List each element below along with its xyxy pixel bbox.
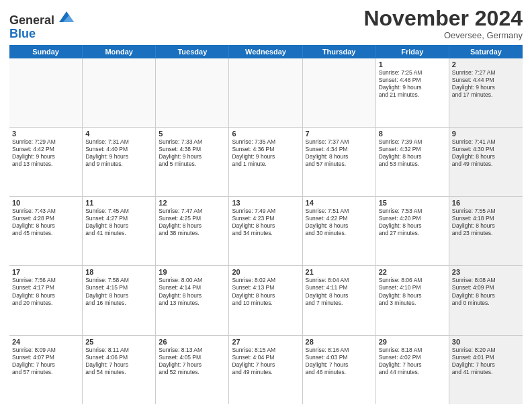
day-number: 18: [85, 268, 152, 276]
day-info: Sunrise: 7:51 AM Sunset: 4:22 PM Dayligh…: [306, 208, 373, 237]
day-info: Sunrise: 7:53 AM Sunset: 4:20 PM Dayligh…: [379, 208, 446, 237]
day-number: 29: [379, 338, 446, 346]
day-number: 8: [379, 130, 446, 138]
day-number: 23: [452, 268, 520, 276]
day-info: Sunrise: 7:43 AM Sunset: 4:28 PM Dayligh…: [12, 208, 79, 237]
cal-cell-2-5: 7Sunrise: 7:37 AM Sunset: 4:34 PM Daylig…: [303, 128, 376, 196]
cal-cell-5-6: 29Sunrise: 8:18 AM Sunset: 4:02 PM Dayli…: [376, 336, 449, 404]
day-number: 1: [379, 60, 446, 68]
day-info: Sunrise: 7:37 AM Sunset: 4:34 PM Dayligh…: [306, 138, 373, 168]
day-info: Sunrise: 8:02 AM Sunset: 4:13 PM Dayligh…: [232, 277, 299, 306]
calendar: Sunday Monday Tuesday Wednesday Thursday…: [9, 45, 523, 404]
day-number: 27: [232, 338, 299, 346]
cal-cell-5-5: 28Sunrise: 8:16 AM Sunset: 4:03 PM Dayli…: [303, 336, 376, 404]
day-number: 11: [85, 199, 152, 207]
logo-text: General: [9, 9, 74, 28]
cal-cell-3-7: 16Sunrise: 7:55 AM Sunset: 4:18 PM Dayli…: [449, 197, 523, 265]
cal-cell-1-3: [156, 58, 229, 127]
week-row-4: 17Sunrise: 7:56 AM Sunset: 4:17 PM Dayli…: [9, 266, 523, 335]
cal-cell-4-3: 19Sunrise: 8:00 AM Sunset: 4:14 PM Dayli…: [156, 266, 229, 334]
day-info: Sunrise: 8:09 AM Sunset: 4:07 PM Dayligh…: [12, 347, 79, 376]
cal-cell-2-7: 9Sunrise: 7:41 AM Sunset: 4:30 PM Daylig…: [449, 128, 523, 196]
day-info: Sunrise: 8:16 AM Sunset: 4:03 PM Dayligh…: [306, 347, 373, 376]
day-number: 13: [232, 199, 299, 207]
week-row-1: 1Sunrise: 7:25 AM Sunset: 4:46 PM Daylig…: [9, 58, 523, 128]
cal-cell-3-3: 12Sunrise: 7:47 AM Sunset: 4:25 PM Dayli…: [156, 197, 229, 265]
logo: General Blue: [9, 9, 74, 41]
cal-cell-4-2: 18Sunrise: 7:58 AM Sunset: 4:15 PM Dayli…: [83, 266, 156, 334]
page: General Blue November 2024 Oeversee, Ger…: [0, 0, 532, 411]
day-number: 17: [12, 268, 79, 276]
cal-cell-3-4: 13Sunrise: 7:49 AM Sunset: 4:23 PM Dayli…: [229, 197, 302, 265]
day-info: Sunrise: 8:15 AM Sunset: 4:04 PM Dayligh…: [232, 347, 299, 376]
day-info: Sunrise: 7:58 AM Sunset: 4:15 PM Dayligh…: [85, 277, 152, 306]
day-number: 10: [12, 199, 79, 207]
day-info: Sunrise: 8:20 AM Sunset: 4:01 PM Dayligh…: [452, 347, 520, 376]
header-sunday: Sunday: [9, 45, 83, 58]
logo-icon: [59, 9, 74, 24]
cal-cell-1-1: [9, 58, 83, 127]
month-title: November 2024: [363, 7, 523, 30]
cal-cell-4-5: 21Sunrise: 8:04 AM Sunset: 4:11 PM Dayli…: [303, 266, 376, 334]
day-number: 28: [306, 338, 373, 346]
day-info: Sunrise: 8:18 AM Sunset: 4:02 PM Dayligh…: [379, 347, 446, 376]
day-number: 14: [306, 199, 373, 207]
day-info: Sunrise: 7:45 AM Sunset: 4:27 PM Dayligh…: [85, 208, 152, 237]
header-thursday: Thursday: [303, 45, 376, 58]
day-info: Sunrise: 8:00 AM Sunset: 4:14 PM Dayligh…: [159, 277, 226, 306]
cal-cell-3-1: 10Sunrise: 7:43 AM Sunset: 4:28 PM Dayli…: [9, 197, 83, 265]
cal-cell-2-6: 8Sunrise: 7:39 AM Sunset: 4:32 PM Daylig…: [376, 128, 449, 196]
cal-cell-1-2: [83, 58, 156, 127]
header-friday: Friday: [376, 45, 449, 58]
cal-cell-3-2: 11Sunrise: 7:45 AM Sunset: 4:27 PM Dayli…: [83, 197, 156, 265]
cal-cell-1-5: [303, 58, 376, 127]
day-number: 25: [85, 338, 152, 346]
cal-cell-2-4: 6Sunrise: 7:35 AM Sunset: 4:36 PM Daylig…: [229, 128, 302, 196]
day-info: Sunrise: 7:49 AM Sunset: 4:23 PM Dayligh…: [232, 208, 299, 237]
location: Oeversee, Germany: [363, 30, 523, 40]
day-number: 12: [159, 199, 226, 207]
day-info: Sunrise: 7:33 AM Sunset: 4:38 PM Dayligh…: [159, 138, 226, 168]
day-number: 9: [452, 130, 520, 138]
cal-cell-4-4: 20Sunrise: 8:02 AM Sunset: 4:13 PM Dayli…: [229, 266, 302, 334]
day-number: 2: [452, 60, 520, 68]
day-info: Sunrise: 8:11 AM Sunset: 4:06 PM Dayligh…: [85, 347, 152, 376]
day-info: Sunrise: 8:13 AM Sunset: 4:05 PM Dayligh…: [159, 347, 226, 376]
header-wednesday: Wednesday: [229, 45, 302, 58]
cal-cell-2-2: 4Sunrise: 7:31 AM Sunset: 4:40 PM Daylig…: [83, 128, 156, 196]
day-info: Sunrise: 7:35 AM Sunset: 4:36 PM Dayligh…: [232, 138, 299, 168]
day-info: Sunrise: 7:39 AM Sunset: 4:32 PM Dayligh…: [379, 138, 446, 168]
header-saturday: Saturday: [449, 45, 523, 58]
cal-cell-3-6: 15Sunrise: 7:53 AM Sunset: 4:20 PM Dayli…: [376, 197, 449, 265]
day-number: 24: [12, 338, 79, 346]
day-info: Sunrise: 8:04 AM Sunset: 4:11 PM Dayligh…: [306, 277, 373, 306]
day-info: Sunrise: 7:56 AM Sunset: 4:17 PM Dayligh…: [12, 277, 79, 306]
day-number: 6: [232, 130, 299, 138]
day-info: Sunrise: 7:29 AM Sunset: 4:42 PM Dayligh…: [12, 138, 79, 168]
header-tuesday: Tuesday: [156, 45, 229, 58]
title-block: November 2024 Oeversee, Germany: [363, 7, 523, 40]
cal-cell-4-7: 23Sunrise: 8:08 AM Sunset: 4:09 PM Dayli…: [449, 266, 523, 334]
calendar-header: Sunday Monday Tuesday Wednesday Thursday…: [9, 45, 523, 58]
week-row-3: 10Sunrise: 7:43 AM Sunset: 4:28 PM Dayli…: [9, 197, 523, 266]
cal-cell-4-1: 17Sunrise: 7:56 AM Sunset: 4:17 PM Dayli…: [9, 266, 83, 334]
cal-cell-5-2: 25Sunrise: 8:11 AM Sunset: 4:06 PM Dayli…: [83, 336, 156, 404]
cal-cell-5-1: 24Sunrise: 8:09 AM Sunset: 4:07 PM Dayli…: [9, 336, 83, 404]
day-info: Sunrise: 7:55 AM Sunset: 4:18 PM Dayligh…: [452, 208, 520, 237]
day-number: 20: [232, 268, 299, 276]
logo-text2: Blue: [9, 28, 74, 41]
day-number: 16: [452, 199, 520, 207]
cal-cell-1-7: 2Sunrise: 7:27 AM Sunset: 4:44 PM Daylig…: [449, 58, 523, 127]
day-number: 19: [159, 268, 226, 276]
cal-cell-5-7: 30Sunrise: 8:20 AM Sunset: 4:01 PM Dayli…: [449, 336, 523, 404]
day-info: Sunrise: 7:41 AM Sunset: 4:30 PM Dayligh…: [452, 138, 520, 168]
day-number: 4: [85, 130, 152, 138]
calendar-body: 1Sunrise: 7:25 AM Sunset: 4:46 PM Daylig…: [9, 58, 523, 404]
cal-cell-1-4: [229, 58, 302, 127]
day-info: Sunrise: 7:31 AM Sunset: 4:40 PM Dayligh…: [85, 138, 152, 168]
day-number: 15: [379, 199, 446, 207]
cal-cell-2-1: 3Sunrise: 7:29 AM Sunset: 4:42 PM Daylig…: [9, 128, 83, 196]
cal-cell-1-6: 1Sunrise: 7:25 AM Sunset: 4:46 PM Daylig…: [376, 58, 449, 127]
cal-cell-2-3: 5Sunrise: 7:33 AM Sunset: 4:38 PM Daylig…: [156, 128, 229, 196]
cal-cell-5-4: 27Sunrise: 8:15 AM Sunset: 4:04 PM Dayli…: [229, 336, 302, 404]
